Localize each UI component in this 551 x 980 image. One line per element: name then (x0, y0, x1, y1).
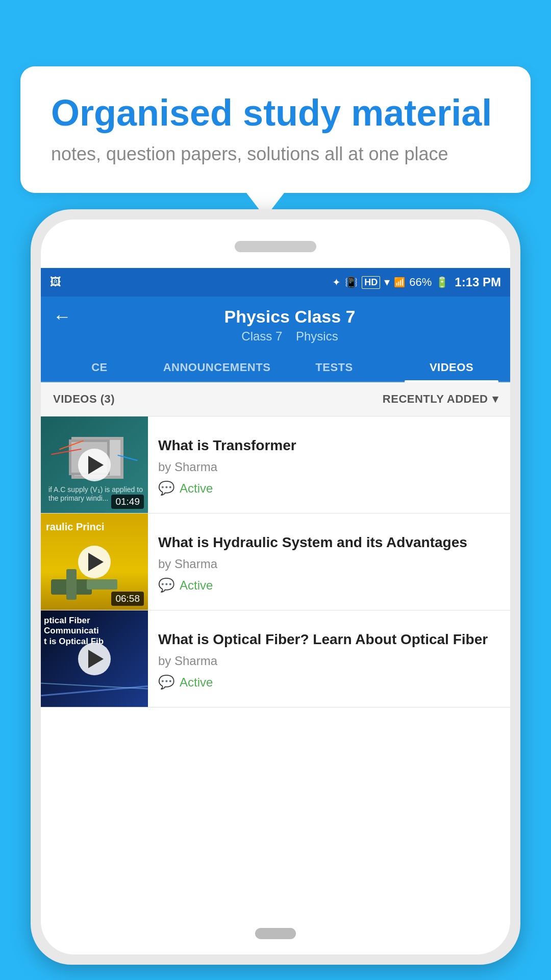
tab-announcements[interactable]: ANNOUNCEMENTS (158, 352, 276, 381)
time-display: 1:13 PM (455, 275, 501, 289)
chat-icon-3: 💬 (158, 674, 174, 690)
hydraulic-thumb-text: raulic Princi (46, 521, 143, 533)
tab-tests[interactable]: TESTS (276, 352, 393, 381)
back-button[interactable]: ← (53, 306, 71, 327)
duration-2: 06:58 (111, 592, 144, 606)
video-thumb-3: ptical Fiber Communicatit is Optical Fib (41, 610, 148, 707)
wifi-icon: ▾ (384, 276, 390, 289)
duration-1: 01:49 (111, 495, 144, 509)
tab-bar: CE ANNOUNCEMENTS TESTS VIDEOS (41, 352, 510, 382)
active-badge-3: Active (180, 675, 213, 690)
video-item-1[interactable]: if A.C supply (V₁) is applied to the pri… (41, 416, 510, 513)
video-author-2: by Sharma (158, 557, 500, 571)
video-list: if A.C supply (V₁) is applied to the pri… (41, 416, 510, 707)
vibrate-icon: 📳 (345, 276, 358, 288)
videos-count: VIDEOS (3) (53, 393, 115, 406)
battery-icon: 🔋 (436, 276, 448, 288)
battery-percent: 66% (409, 276, 432, 289)
status-left: 🖼 (50, 276, 64, 289)
hd-badge: HD (362, 276, 380, 289)
video-status-3: 💬 Active (158, 674, 500, 690)
video-title-1: What is Transformer (158, 436, 500, 455)
subtitle-class: Class 7 (241, 329, 282, 343)
video-author-1: by Sharma (158, 460, 500, 474)
video-item-3[interactable]: ptical Fiber Communicatit is Optical Fib… (41, 610, 510, 707)
bluetooth-icon: ✦ (332, 276, 341, 288)
sort-label: RECENTLY ADDED (383, 393, 488, 406)
app-bar-top: ← Physics Class 7 (53, 306, 498, 327)
play-button-2[interactable] (78, 546, 111, 578)
app-bar-subtitle: Class 7 Physics (82, 329, 498, 344)
video-info-2: What is Hydraulic System and its Advanta… (148, 513, 510, 610)
video-info-1: What is Transformer by Sharma 💬 Active (148, 416, 510, 513)
chat-icon-2: 💬 (158, 577, 174, 593)
phone-home-button (255, 928, 296, 939)
video-status-2: 💬 Active (158, 577, 500, 593)
video-thumb-1: if A.C supply (V₁) is applied to the pri… (41, 416, 148, 513)
speech-bubble: Organised study material notes, question… (20, 66, 531, 193)
bubble-subtitle: notes, question papers, solutions all at… (51, 143, 500, 165)
bubble-title: Organised study material (51, 92, 500, 134)
play-button-3[interactable] (78, 643, 111, 675)
chevron-down-icon: ▾ (492, 393, 498, 406)
signal-icon: 📶 (394, 277, 405, 288)
play-button-1[interactable] (78, 449, 111, 481)
video-thumb-2: raulic Princi 06:58 (41, 513, 148, 610)
status-bar: 🖼 ✦ 📳 HD ▾ 📶 66% 🔋 1:13 PM (41, 268, 510, 297)
sort-filter[interactable]: RECENTLY ADDED ▾ (383, 393, 498, 406)
phone-speaker (235, 241, 316, 252)
status-right: ✦ 📳 HD ▾ 📶 66% 🔋 1:13 PM (332, 275, 501, 289)
phone-frame: 🖼 ✦ 📳 HD ▾ 📶 66% 🔋 1:13 PM ← Physics C (31, 209, 520, 965)
video-title-3: What is Optical Fiber? Learn About Optic… (158, 630, 500, 649)
videos-header: VIDEOS (3) RECENTLY ADDED ▾ (41, 382, 510, 416)
video-title-2: What is Hydraulic System and its Advanta… (158, 533, 500, 552)
subtitle-subject: Physics (296, 329, 338, 343)
video-status-1: 💬 Active (158, 480, 500, 496)
image-icon: 🖼 (50, 276, 61, 289)
active-badge-2: Active (180, 578, 213, 593)
phone-inner: 🖼 ✦ 📳 HD ▾ 📶 66% 🔋 1:13 PM ← Physics C (41, 219, 510, 954)
tab-videos[interactable]: VIDEOS (393, 352, 510, 381)
app-bar: ← Physics Class 7 Class 7 Physics (41, 297, 510, 352)
screen: 🖼 ✦ 📳 HD ▾ 📶 66% 🔋 1:13 PM ← Physics C (41, 268, 510, 924)
chat-icon-1: 💬 (158, 480, 174, 496)
active-badge-1: Active (180, 481, 213, 496)
tab-ce[interactable]: CE (41, 352, 158, 381)
video-author-3: by Sharma (158, 654, 500, 668)
app-bar-title: Physics Class 7 (82, 307, 498, 327)
video-item-2[interactable]: raulic Princi 06:58 What is Hydraulic Sy (41, 513, 510, 610)
video-info-3: What is Optical Fiber? Learn About Optic… (148, 610, 510, 707)
